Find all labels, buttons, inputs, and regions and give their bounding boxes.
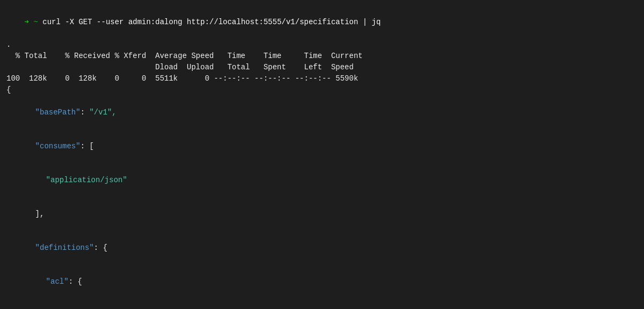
consumes-key-line: "consumes": [ <box>6 130 638 163</box>
consumes-value: "application/json" <box>46 176 127 184</box>
basepath-line: "basePath": "/v1", <box>6 96 638 130</box>
consumes-close-line: ], <box>6 197 638 231</box>
consumes-key: "consumes" <box>35 142 80 150</box>
curl-dot: . <box>6 39 638 51</box>
curl-stats-header: % Total % Received % Xferd Average Speed… <box>6 51 638 62</box>
json-open-brace: { <box>6 84 638 96</box>
additional-props-line: "additionalProperties": false, <box>6 299 638 309</box>
command-text[interactable]: curl -X GET --user admin:dalong http://l… <box>38 18 381 26</box>
prompt-tilde: ~ <box>33 18 38 26</box>
curl-stats-header2: Dload Upload Total Spent Left Speed <box>6 62 638 73</box>
consumes-value-line: "application/json" <box>6 163 638 197</box>
definitions-key-line: "definitions": { <box>6 231 638 265</box>
terminal-window: ➜ ~ curl -X GET --user admin:dalong http… <box>0 0 644 309</box>
basepath-value: "/v1", <box>89 108 116 117</box>
curl-stats-data: 100 128k 0 128k 0 0 5511k 0 --:--:-- --:… <box>6 73 638 84</box>
acl-open: { <box>77 277 82 286</box>
command-line: ➜ ~ curl -X GET --user admin:dalong http… <box>6 5 638 39</box>
definitions-key: "definitions" <box>35 243 94 252</box>
definitions-open: { <box>103 243 107 252</box>
prompt-arrow: ➜ <box>25 18 29 26</box>
consumes-bracket: [ <box>89 142 93 150</box>
acl-key: "acl" <box>46 277 69 286</box>
basepath-key: "basePath" <box>35 108 80 117</box>
acl-key-line: "acl": { <box>6 265 638 299</box>
consumes-close: ], <box>35 210 45 218</box>
